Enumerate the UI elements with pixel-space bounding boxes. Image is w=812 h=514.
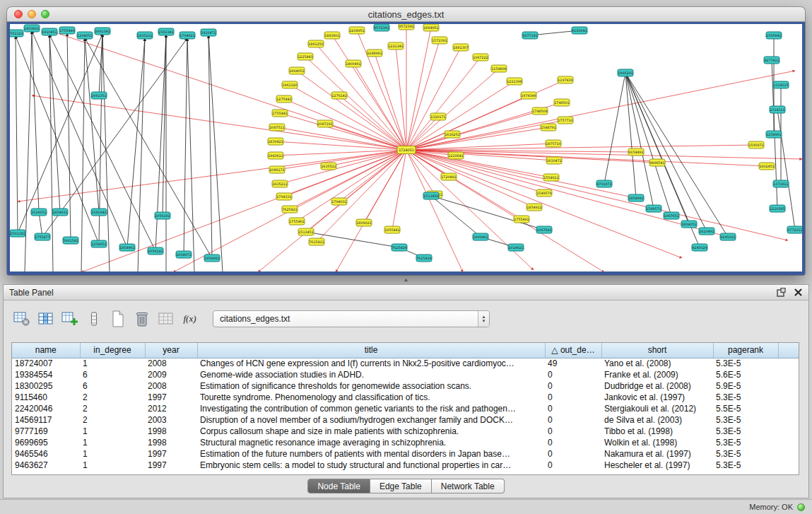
table-row[interactable]: 946554611997Estimation of the future num… bbox=[12, 448, 799, 460]
function-builder-button[interactable]: f(x) bbox=[180, 309, 199, 328]
graph-node[interactable]: 1067641 bbox=[536, 226, 552, 233]
network-table-select[interactable]: citations_edges.txt ▲▼ bbox=[213, 310, 490, 327]
graph-node[interactable]: 1794031 bbox=[331, 198, 347, 205]
graph-node[interactable]: 1943611 bbox=[268, 152, 283, 159]
zoom-button[interactable] bbox=[41, 10, 49, 18]
graph-node[interactable]: 1275441 bbox=[276, 95, 292, 103]
node-table[interactable]: namein_degreeyeartitle△ out_de…shortpage… bbox=[11, 342, 799, 475]
table-row[interactable]: 1938455462009Genome-wide association stu… bbox=[12, 369, 799, 380]
graph-node[interactable]: 2087511 bbox=[269, 124, 285, 131]
graph-node[interactable]: 1581941 bbox=[91, 209, 107, 216]
graph-node[interactable]: 8572391 bbox=[374, 24, 389, 31]
column-header-in_degree[interactable]: in_degree bbox=[80, 343, 145, 358]
graph-node[interactable]: 1400491 bbox=[346, 60, 361, 67]
graph-node[interactable]: 1664051 bbox=[289, 67, 305, 74]
graph-node[interactable]: 1221341 bbox=[388, 42, 404, 49]
graph-node[interactable]: 1581341 bbox=[158, 28, 174, 35]
graph-node[interactable]: 1854991 bbox=[628, 194, 644, 201]
network-canvas[interactable]: 1861250122544316640511961320127544117554… bbox=[10, 24, 802, 271]
graph-node[interactable]: 1954981 bbox=[204, 255, 220, 262]
import-table-button[interactable] bbox=[156, 309, 175, 328]
graph-node[interactable]: 1554911 bbox=[543, 174, 559, 181]
graph-node[interactable]: 1014921 bbox=[508, 244, 524, 251]
graph-node[interactable]: 8791871 bbox=[596, 180, 612, 187]
graph-node[interactable]: 1755461 bbox=[289, 218, 305, 225]
table-mode-button[interactable] bbox=[12, 309, 31, 328]
graph-node[interactable]: 1794331 bbox=[276, 193, 292, 200]
select-columns-button[interactable] bbox=[36, 309, 55, 328]
graph-node[interactable]: 1861250 bbox=[308, 40, 324, 47]
graph-node[interactable]: 1881307 bbox=[453, 44, 469, 51]
graph-node[interactable]: 9154491 bbox=[628, 148, 644, 156]
graph-node[interactable]: 9245029 bbox=[692, 244, 707, 251]
graph-node[interactable]: 1966291 bbox=[618, 69, 633, 76]
graph-node[interactable]: 1501381 bbox=[10, 230, 25, 237]
close-panel-button[interactable] bbox=[793, 288, 803, 298]
citation-network-graph[interactable]: 1861250122544316640511961320127544117554… bbox=[10, 24, 802, 271]
graph-node[interactable]: 1513459 bbox=[423, 192, 439, 199]
graph-node[interactable]: 1748508 bbox=[532, 107, 548, 115]
graph-node[interactable]: 1748501 bbox=[554, 99, 570, 106]
graph-node[interactable]: 5901541 bbox=[63, 237, 78, 244]
graph-node[interactable]: 1314311 bbox=[770, 106, 785, 113]
graph-node[interactable]: 1854961 bbox=[119, 244, 135, 251]
graph-node[interactable]: 9245021 bbox=[720, 233, 736, 240]
graph-node[interactable]: 1635211 bbox=[272, 180, 288, 187]
graph-node[interactable]: 6772011 bbox=[787, 226, 802, 233]
graph-node[interactable]: 1610491 bbox=[699, 228, 714, 235]
graph-node[interactable]: 1595871 bbox=[748, 141, 764, 148]
graph-node[interactable]: 1961320 bbox=[282, 81, 298, 88]
graph-node[interactable]: 7615419 bbox=[416, 255, 432, 262]
graph-node[interactable]: 2086171 bbox=[269, 166, 285, 173]
graph-node[interactable]: 1276141 bbox=[331, 92, 347, 99]
new-table-button[interactable] bbox=[108, 309, 127, 328]
graph-node[interactable]: 1757710 bbox=[558, 117, 573, 124]
graph-node[interactable]: 1371811 bbox=[773, 180, 789, 187]
table-row[interactable]: 1872400712008Changes of HCN gene express… bbox=[12, 358, 799, 369]
graph-node[interactable]: 1875710 bbox=[546, 140, 561, 147]
graph-node[interactable]: 1154808 bbox=[491, 65, 507, 72]
graph-node[interactable]: 1803601 bbox=[24, 25, 40, 32]
graph-node[interactable]: 1225443 bbox=[298, 53, 313, 60]
window-titlebar[interactable]: citations_edges.txt bbox=[7, 7, 805, 22]
row-tools-button[interactable] bbox=[84, 309, 103, 328]
graph-node[interactable]: 1210641 bbox=[448, 152, 464, 159]
column-header-name[interactable]: name bbox=[12, 343, 80, 358]
table-row[interactable]: 911546021997Tourette syndrome. Phenomeno… bbox=[12, 392, 799, 403]
graph-node[interactable]: 1830421 bbox=[268, 138, 283, 145]
graph-node[interactable]: 2056141 bbox=[148, 247, 163, 255]
graph-node[interactable]: 1755441 bbox=[272, 110, 288, 117]
graph-node[interactable]: 2061341 bbox=[95, 28, 110, 35]
table-row[interactable]: 969969511998Structural magnetic resonanc… bbox=[12, 437, 799, 448]
graph-node[interactable]: 1704921 bbox=[180, 32, 195, 39]
graph-node[interactable]: 7625429 bbox=[392, 244, 407, 251]
graph-node[interactable]: 1254961 bbox=[766, 131, 782, 138]
graph-node[interactable]: 1664951 bbox=[423, 24, 439, 31]
graph-node[interactable]: 9277411 bbox=[764, 57, 779, 64]
graph-node[interactable]: 1720491 bbox=[441, 173, 457, 180]
graph-node[interactable]: 1835211 bbox=[137, 32, 153, 39]
column-header-pagerank[interactable]: pagerank bbox=[713, 343, 778, 358]
tab-network-table[interactable]: Network Table bbox=[432, 479, 505, 493]
column-header-short[interactable]: short bbox=[601, 343, 713, 358]
graph-node[interactable]: 1804051 bbox=[681, 221, 697, 228]
graph-node[interactable]: 8183041 bbox=[572, 27, 587, 34]
graph-node[interactable]: 2248961 bbox=[367, 49, 382, 57]
table-row[interactable]: 2242004622012Investigating the contribut… bbox=[12, 403, 799, 414]
graph-node[interactable]: 2061351 bbox=[91, 92, 107, 99]
splitter-handle-icon[interactable]: ▴ bbox=[404, 276, 408, 283]
graph-node[interactable]: 1854912 bbox=[526, 204, 542, 211]
graph-node[interactable]: 1221398 bbox=[507, 78, 522, 85]
graph-node[interactable]: 1602451 bbox=[759, 163, 775, 170]
graph-node[interactable]: 1654971 bbox=[176, 251, 192, 258]
graph-hub-node[interactable]: 1724053 bbox=[397, 146, 416, 154]
table-row[interactable]: 1456911722003Disruption of a novel membe… bbox=[12, 414, 799, 426]
graph-node[interactable]: 7615411 bbox=[309, 238, 324, 245]
graph-node[interactable]: 1883601 bbox=[324, 32, 340, 39]
graph-node[interactable]: 1616251 bbox=[445, 131, 460, 138]
graph-node[interactable]: 1067222 bbox=[473, 54, 488, 61]
graph-node[interactable]: 1755449 bbox=[59, 27, 75, 34]
graph-node[interactable]: 1254951 bbox=[91, 240, 107, 247]
graph-node[interactable]: 1755477 bbox=[35, 233, 50, 240]
graph-node[interactable]: 1549579 bbox=[536, 189, 552, 197]
